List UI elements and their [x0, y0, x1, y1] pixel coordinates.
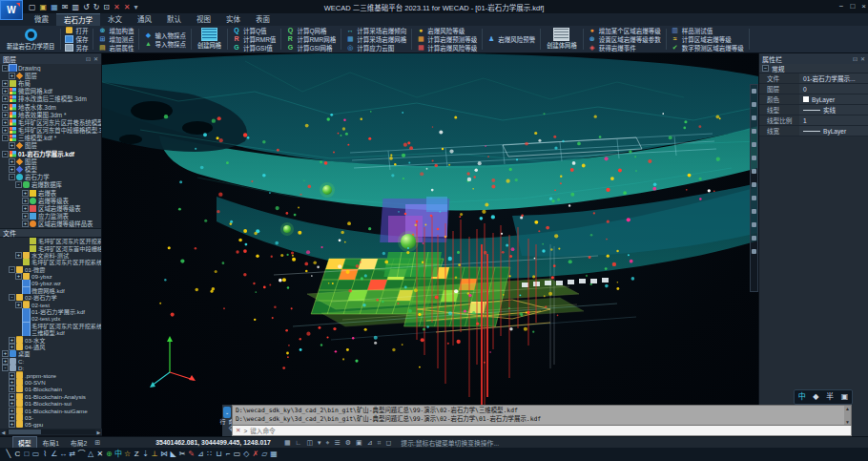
expand-icon[interactable]: +: [2, 358, 9, 365]
tree-item[interactable]: +排水改造后三维模型.3dm: [0, 95, 101, 103]
new-file-icon[interactable]: ▢: [29, 1, 36, 13]
expand-icon[interactable]: +: [9, 142, 15, 149]
draw-tool-icon-22[interactable]: ∷: [205, 449, 215, 460]
expand-icon[interactable]: +: [9, 372, 15, 379]
draw-tool-icon-11[interactable]: ⊕: [105, 449, 114, 460]
tree-item[interactable]: +01-Blockchain-Analysis: [0, 393, 101, 400]
tree-item[interactable]: +01-Blockchain-sui: [0, 400, 101, 407]
expand-icon[interactable]: +: [2, 112, 9, 118]
expand-icon[interactable]: +: [22, 190, 29, 197]
draw-tool-icon-24[interactable]: ⌐: [223, 449, 233, 460]
draw-tool-icon-17[interactable]: ⋈: [159, 449, 169, 460]
menu-tab-岩石力学[interactable]: 岩石力学: [56, 13, 100, 26]
tree-item[interactable]: +岩爆表: [0, 189, 101, 197]
tree-item[interactable]: +04-通风: [0, 344, 101, 350]
tree-item[interactable]: 毛坪矿区河东片区开挖系统模型: [0, 259, 101, 265]
command-input[interactable]: ✕ > 键入命令: [232, 426, 852, 436]
draw-tool-icon-10[interactable]: ✕: [95, 449, 105, 460]
tree-item[interactable]: +桌面: [0, 350, 101, 357]
collapse-icon[interactable]: -: [9, 174, 15, 180]
expand-icon[interactable]: +: [9, 408, 15, 414]
draw-tool-icon-5[interactable]: ∠: [50, 449, 59, 460]
tree-item[interactable]: 微震网格.kdf: [0, 287, 101, 294]
expand-icon[interactable]: +: [9, 414, 15, 421]
expand-icon[interactable]: +: [15, 273, 22, 280]
status-icon-9[interactable]: ⌗: [378, 439, 382, 447]
menu-tab-通风[interactable]: 通风: [130, 13, 159, 26]
tree-item[interactable]: +毛坪矿区河东首中段栅格模型.3dm: [0, 127, 101, 135]
ribbon-button-计算岩爆风险等级[interactable]: ▦计算岩爆风险等级: [417, 44, 477, 52]
tree-item[interactable]: +模型: [0, 165, 101, 173]
ribbon-button-获得岩爆事件[interactable]: ◈获得岩爆事件: [589, 44, 661, 52]
expand-icon[interactable]: +: [2, 350, 9, 357]
tree-item[interactable]: 01-岩石力学展示.kdf: [0, 308, 101, 315]
status-icon-2[interactable]: ◫: [306, 439, 313, 447]
status-icon-6[interactable]: ⚙: [345, 439, 351, 447]
tree-item[interactable]: +图层: [0, 157, 101, 165]
tree-item[interactable]: 三维模型.kdf: [0, 329, 101, 336]
property-value[interactable]: 1: [799, 115, 868, 125]
left-panel-hscrollbar[interactable]: ◀ ▶: [0, 429, 102, 435]
tree-item[interactable]: +03-水文: [0, 336, 101, 343]
menu-tab-微震[interactable]: 微震: [27, 13, 56, 26]
tree-item[interactable]: +毛坪矿区河东片区井巷系统模型.3d: [0, 118, 101, 126]
viewport-tool-icon-6[interactable]: [752, 169, 756, 174]
tree-item[interactable]: +布局: [0, 79, 101, 87]
draw-tool-icon-18[interactable]: ◣: [169, 449, 178, 460]
status-icon-8[interactable]: ⊿: [367, 439, 373, 447]
tree-item[interactable]: -02-岩石力学: [0, 294, 101, 301]
expand-icon[interactable]: +: [15, 302, 22, 308]
property-value[interactable]: 实线: [799, 105, 868, 115]
tree-item[interactable]: +09-ybsz: [0, 273, 101, 280]
viewport-tool-icon-12[interactable]: [752, 249, 756, 254]
window-icon[interactable]: ⊡: [103, 1, 110, 13]
expand-icon[interactable]: +: [2, 80, 9, 87]
tree-item[interactable]: 02-test.ydx: [0, 315, 101, 322]
status-icon-10[interactable]: ◻: [386, 439, 392, 447]
draw-tool-icon-3[interactable]: ▭: [31, 449, 41, 460]
draw-tool-icon-14[interactable]: Z: [132, 449, 141, 460]
nav-widget-icon-2[interactable]: 半: [826, 390, 834, 404]
menu-tab-实体[interactable]: 实体: [218, 13, 248, 26]
expand-icon[interactable]: +: [22, 220, 29, 227]
tree-item[interactable]: +地表效果图.3dm *: [0, 111, 101, 118]
viewport-tool-icon-11[interactable]: [752, 236, 756, 241]
ribbon-button-创建网格[interactable]: 创建网格: [193, 27, 226, 52]
tree-item[interactable]: +区域岩爆等级样品表: [0, 220, 101, 228]
expand-icon[interactable]: +: [22, 213, 29, 220]
expand-icon[interactable]: +: [22, 198, 29, 204]
draw-tool-icon-27[interactable]: ✗: [251, 449, 260, 460]
print-icon[interactable]: ▥: [72, 1, 79, 13]
draw-tool-icon-26[interactable]: ◇: [241, 449, 251, 460]
status-icon-4[interactable]: ⌖: [326, 439, 330, 447]
close-doc-icon[interactable]: ✕: [114, 1, 120, 13]
viewport-tool-icon-1[interactable]: [752, 102, 756, 107]
collapse-icon[interactable]: −: [762, 65, 769, 72]
tree-item[interactable]: +岩爆等级表: [0, 197, 101, 204]
tree-item[interactable]: +05-gpu: [0, 421, 101, 428]
expand-icon[interactable]: +: [2, 95, 9, 102]
tree-item[interactable]: 毛坪矿区河东片区开挖系统模...: [0, 323, 101, 329]
expand-icon[interactable]: +: [9, 166, 15, 173]
draw-tool-icon-21[interactable]: ⊿: [196, 449, 205, 460]
ribbon-button-创建体网格[interactable]: 创建体网格: [542, 27, 581, 52]
tree-item[interactable]: +01-Blockchain-suiGame: [0, 407, 101, 413]
menu-tab-表面[interactable]: 表面: [248, 13, 278, 26]
status-icon-1[interactable]: ∟: [296, 439, 302, 447]
expand-icon[interactable]: +: [9, 73, 15, 79]
expand-icon[interactable]: +: [15, 252, 22, 259]
menu-tab-默认[interactable]: 默认: [159, 13, 189, 26]
draw-tool-icon-29[interactable]: ▦: [269, 449, 279, 460]
redo-icon[interactable]: ↻: [93, 1, 100, 13]
property-value[interactable]: ByLayer: [799, 126, 868, 136]
expand-icon[interactable]: +: [2, 119, 9, 126]
open-file-icon[interactable]: ▣: [40, 1, 48, 13]
collapse-icon[interactable]: -: [2, 365, 9, 371]
layout-tab-布局1[interactable]: 布局1: [38, 437, 64, 449]
draw-tool-icon-16[interactable]: ⊥: [151, 449, 160, 460]
ribbon-button-岩爆风险预警[interactable]: ♟岩爆风险预警: [487, 35, 535, 44]
tree-item[interactable]: +微震网格.kdf: [0, 88, 101, 95]
tree-item[interactable]: +图层: [0, 72, 101, 79]
draw-tool-icon-20[interactable]: ✎: [187, 449, 196, 460]
cancel-icon[interactable]: ✕: [236, 427, 240, 434]
